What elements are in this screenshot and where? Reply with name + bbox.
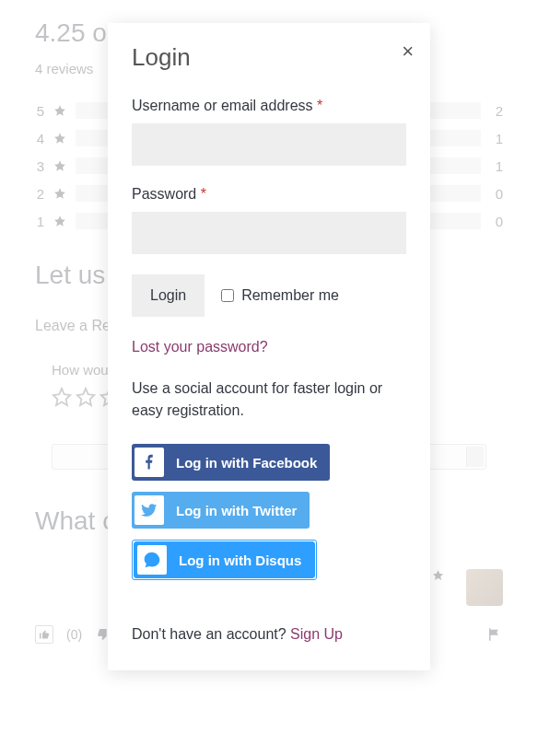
facebook-icon: [132, 444, 167, 481]
twitter-icon: [132, 492, 167, 529]
password-label: Password *: [132, 186, 406, 203]
login-facebook-button[interactable]: Log in with Facebook: [132, 444, 330, 481]
close-icon[interactable]: ×: [402, 41, 414, 62]
login-button[interactable]: Login: [132, 274, 205, 317]
modal-title: Login: [132, 43, 406, 72]
disqus-icon: [134, 542, 170, 577]
social-login-intro: Use a social account for faster login or…: [132, 378, 406, 422]
signup-prompt: Don't have an account? Sign Up: [132, 626, 406, 643]
password-input[interactable]: [132, 212, 406, 254]
lost-password-link[interactable]: Lost your password?: [132, 339, 268, 355]
username-label: Username or email address *: [132, 98, 406, 114]
login-modal: × Login Username or email address * Pass…: [108, 23, 430, 670]
remember-me[interactable]: Remember me: [221, 287, 339, 304]
required-marker: *: [201, 186, 206, 202]
username-input[interactable]: [132, 123, 406, 166]
login-disqus-button[interactable]: Log in with Disqus: [134, 541, 315, 578]
sign-up-link[interactable]: Sign Up: [290, 626, 343, 642]
required-marker: *: [317, 98, 322, 113]
remember-checkbox[interactable]: [221, 289, 234, 302]
login-twitter-button[interactable]: Log in with Twitter: [132, 492, 310, 529]
